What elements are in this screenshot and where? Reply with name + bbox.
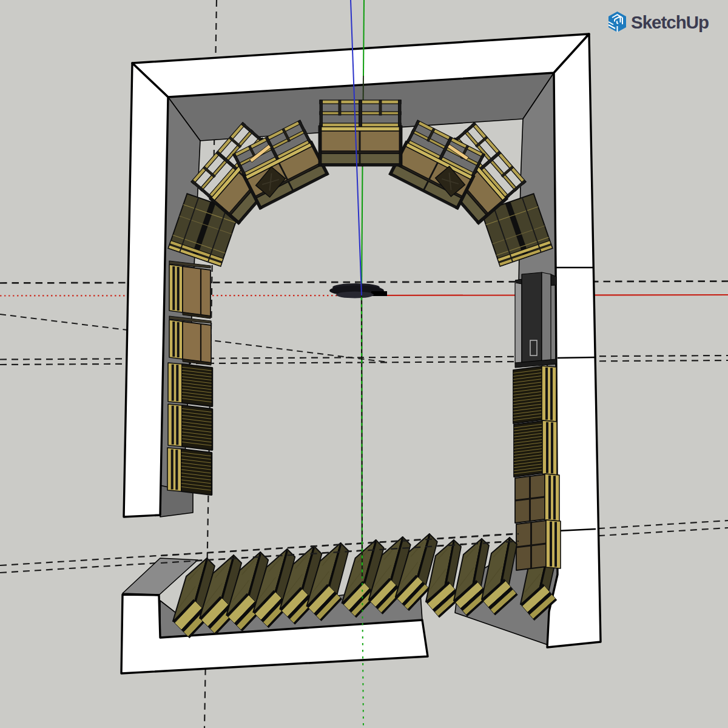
svg-text:SketchUp: SketchUp <box>631 12 709 32</box>
